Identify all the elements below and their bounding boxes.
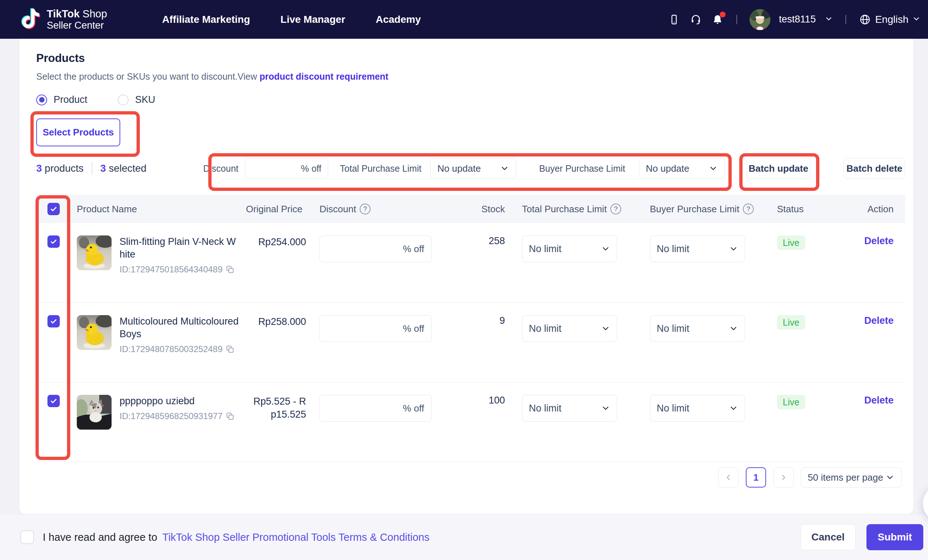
header-stock: Stock xyxy=(446,204,508,215)
row-total-purchase-limit-select[interactable]: No limit xyxy=(522,315,617,342)
screen: TikTok Shop Seller Center Affiliate Mark… xyxy=(0,0,928,560)
batch-controls: Discount Total Purchase Limit No update … xyxy=(203,158,905,179)
support-headset-icon[interactable] xyxy=(689,13,702,26)
row-checkbox[interactable] xyxy=(47,395,60,407)
buyer-purchase-limit-help-icon[interactable]: ? xyxy=(743,204,754,214)
chevron-down-icon xyxy=(601,403,611,413)
row-total-purchase-limit-select[interactable]: No limit xyxy=(522,235,617,262)
mobile-icon[interactable] xyxy=(668,13,681,26)
page-number-button[interactable]: 1 xyxy=(746,467,766,488)
language-switcher[interactable]: English xyxy=(858,13,921,26)
buyer-limit-value: No limit xyxy=(657,243,689,255)
submit-button[interactable]: Submit xyxy=(867,524,923,550)
header-status: Status xyxy=(764,204,837,215)
batch-buyer-purchase-limit-select[interactable]: No update xyxy=(639,158,725,179)
brand-tiktok: TikTok xyxy=(47,8,80,20)
row-checkbox[interactable] xyxy=(47,315,60,328)
selected-count-label: selected xyxy=(109,163,147,174)
brand-logo[interactable]: TikTok Shop Seller Center xyxy=(21,7,107,32)
radio-sku[interactable]: SKU xyxy=(118,94,156,105)
batch-delete-button[interactable]: Batch delete xyxy=(844,158,905,179)
product-image-duck xyxy=(77,315,111,350)
chevron-down-icon xyxy=(500,164,509,173)
chevron-down-icon xyxy=(601,244,611,253)
copy-icon[interactable] xyxy=(225,412,235,421)
terms-link[interactable]: TikTok Shop Seller Promotional Tools Ter… xyxy=(162,531,430,543)
discount-help-icon[interactable]: ? xyxy=(360,204,371,214)
row-checkbox[interactable] xyxy=(47,235,60,248)
previous-page-button[interactable] xyxy=(718,467,739,488)
row-discount-input[interactable] xyxy=(319,315,432,342)
username[interactable]: test8115 xyxy=(779,14,816,25)
row-total-purchase-limit-select[interactable]: No limit xyxy=(522,395,617,422)
agree-checkbox[interactable] xyxy=(20,530,34,544)
row-buyer-purchase-limit-select[interactable]: No limit xyxy=(650,235,745,262)
check-icon xyxy=(50,397,58,405)
total-limit-value: No limit xyxy=(529,323,562,334)
buyer-limit-value: No limit xyxy=(657,323,689,334)
radio-product-control[interactable] xyxy=(36,95,47,105)
agree-text: I have read and agree to xyxy=(43,531,157,543)
page-size-value: 50 items per page xyxy=(808,472,883,483)
footer-bar: I have read and agree to TikTok Shop Sel… xyxy=(0,514,928,560)
tiktok-logo-icon xyxy=(21,7,42,32)
delete-link[interactable]: Delete xyxy=(864,235,894,247)
product-id: ID:1729485968250931977 xyxy=(119,411,223,421)
select-products-button[interactable]: Select Products xyxy=(36,119,120,146)
language-label: English xyxy=(875,14,908,25)
select-all-checkbox[interactable] xyxy=(47,203,60,215)
header-buyer-purchase-limit: Buyer Purchase Limit xyxy=(650,204,739,215)
radio-product-label: Product xyxy=(53,94,87,105)
header-total-purchase-limit: Total Purchase Limit xyxy=(522,204,607,215)
batch-update-button[interactable]: Batch update xyxy=(746,158,810,179)
topbar-divider xyxy=(736,15,737,24)
avatar[interactable] xyxy=(749,9,771,30)
delete-link[interactable]: Delete xyxy=(864,395,894,406)
chevron-down-icon xyxy=(708,164,718,173)
row-buyer-purchase-limit-select[interactable]: No limit xyxy=(650,395,745,422)
stock-value: 9 xyxy=(499,315,505,327)
batch-total-purchase-limit-label: Total Purchase Limit xyxy=(340,163,421,174)
table-row: ppppoppo uziebd ID:1729485968250931977 R… xyxy=(36,383,905,462)
radio-product[interactable]: Product xyxy=(36,94,87,105)
row-buyer-purchase-limit-select[interactable]: No limit xyxy=(650,315,745,342)
cancel-button[interactable]: Cancel xyxy=(800,524,856,550)
chevron-down-icon xyxy=(729,244,738,253)
chevron-down-icon xyxy=(729,324,738,333)
row-discount-input[interactable] xyxy=(319,235,432,262)
batch-discount-input[interactable] xyxy=(245,158,328,179)
notification-dot xyxy=(720,12,725,17)
nav-academy[interactable]: Academy xyxy=(375,14,421,25)
stock-value: 100 xyxy=(488,395,505,406)
product-image-duck xyxy=(77,235,111,270)
batch-total-purchase-limit-select[interactable]: No update xyxy=(430,158,516,179)
next-page-button[interactable] xyxy=(773,467,794,488)
notification-bell-icon[interactable] xyxy=(711,13,724,26)
row-discount-input[interactable] xyxy=(319,395,432,422)
summary-divider xyxy=(92,162,92,175)
subtitle-text: Select the products or SKUs you want to … xyxy=(36,71,257,81)
copy-icon[interactable] xyxy=(225,345,235,354)
nav-affiliate-marketing[interactable]: Affiliate Marketing xyxy=(162,14,250,25)
products-count: 3 xyxy=(36,163,42,174)
products-table: Product Name Original Price Discount ? S… xyxy=(36,195,905,462)
brand-seller-center: Seller Center xyxy=(47,20,107,31)
original-price: Rp258.000 xyxy=(249,315,306,328)
product-id: ID:1729480785003252489 xyxy=(119,344,223,354)
batch-toolbar: 3 products 3 selected Discount Total Pur… xyxy=(36,158,905,179)
copy-icon[interactable] xyxy=(225,265,235,274)
product-discount-requirement-link[interactable]: product discount requirement xyxy=(260,71,389,81)
nav-live-manager[interactable]: Live Manager xyxy=(280,14,345,25)
user-chevron-down-icon[interactable] xyxy=(824,14,833,24)
product-id: ID:1729475018564340489 xyxy=(119,264,223,275)
status-badge: Live xyxy=(777,395,805,409)
products-count-label: products xyxy=(44,163,83,174)
delete-link[interactable]: Delete xyxy=(864,315,894,327)
globe-icon xyxy=(858,13,872,26)
total-purchase-limit-help-icon[interactable]: ? xyxy=(611,204,621,214)
chevron-left-icon xyxy=(724,473,733,482)
buyer-limit-value: No limit xyxy=(657,403,689,414)
page-size-select[interactable]: 50 items per page xyxy=(801,467,902,488)
check-icon xyxy=(50,238,58,246)
radio-sku-control[interactable] xyxy=(118,95,128,105)
